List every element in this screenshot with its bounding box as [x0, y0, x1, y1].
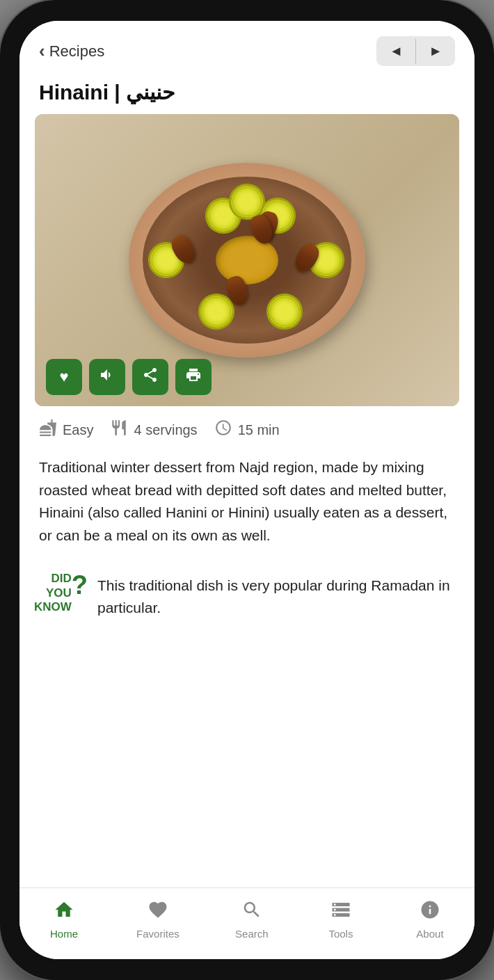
share-icon: [142, 367, 159, 387]
dish-plate: [129, 163, 365, 358]
time-label: 15 min: [238, 422, 280, 438]
difficulty-item: Easy: [39, 419, 93, 441]
dyk-question-mark: ?: [72, 572, 88, 598]
tab-favorites[interactable]: Favorites: [125, 895, 191, 944]
action-buttons-overlay: ♥: [46, 359, 212, 395]
recipe-image-container: ♥: [35, 114, 459, 406]
print-icon: [185, 367, 202, 387]
prev-button[interactable]: ◄: [376, 36, 415, 66]
did-you-know-section: DID YOU KNOW ? This traditional dish is …: [19, 561, 475, 629]
lemon-bottomright: [264, 291, 305, 332]
tab-search-label: Search: [235, 928, 269, 940]
print-button[interactable]: [175, 359, 212, 395]
home-icon: [54, 899, 74, 925]
title-en: Hinaini: [39, 81, 109, 104]
favorites-icon: [148, 899, 168, 925]
tab-about-label: About: [416, 928, 443, 940]
servings-label: 4 servings: [134, 422, 197, 438]
back-label: Recipes: [49, 42, 104, 61]
tools-icon: [330, 899, 351, 925]
tab-about[interactable]: About: [402, 895, 458, 944]
dyk-line2: YOU: [34, 586, 72, 600]
dyk-line3: KNOW: [34, 600, 72, 614]
tab-search[interactable]: Search: [224, 895, 280, 944]
chef-hat-icon: [39, 419, 57, 441]
dish-food: [143, 177, 351, 344]
recipe-info-row: Easy 4 servings 15 min: [19, 406, 475, 453]
servings-item: 4 servings: [110, 419, 197, 441]
back-button[interactable]: ‹ Recipes: [39, 40, 104, 62]
heart-icon: ♥: [59, 368, 68, 386]
tab-favorites-label: Favorites: [136, 928, 180, 940]
tab-bar: Home Favorites Search: [19, 887, 475, 959]
tab-tools-label: Tools: [328, 928, 353, 940]
dyk-badge: DID YOU KNOW ?: [39, 572, 88, 614]
title-separator: |: [109, 81, 126, 104]
dyk-content: This traditional dish is very popular du…: [97, 572, 455, 618]
difficulty-label: Easy: [63, 422, 93, 438]
time-item: 15 min: [214, 419, 280, 441]
dish-center-pool: [216, 236, 278, 284]
fork-knife-icon: [110, 419, 128, 441]
like-button[interactable]: ♥: [46, 359, 82, 395]
phone-shell: ‹ Recipes ◄ ► Hinaini | حنيني: [0, 0, 494, 980]
search-icon: [241, 899, 262, 925]
tab-home-label: Home: [50, 928, 78, 940]
back-chevron-icon: ‹: [39, 40, 45, 62]
about-icon: [420, 899, 440, 925]
clock-icon: [214, 419, 232, 441]
audio-button[interactable]: [89, 359, 125, 395]
recipe-title: Hinaini | حنيني: [19, 74, 475, 114]
audio-icon: [99, 367, 115, 387]
dyk-line1: DID: [34, 572, 72, 586]
tab-tools[interactable]: Tools: [313, 895, 369, 944]
nav-bar: ‹ Recipes ◄ ►: [19, 21, 475, 74]
tab-home[interactable]: Home: [36, 895, 92, 944]
title-ar: حنيني: [126, 81, 175, 104]
recipe-description: Traditional winter dessert from Najd reg…: [19, 453, 475, 558]
nav-arrows: ◄ ►: [376, 36, 455, 66]
next-button[interactable]: ►: [416, 36, 455, 66]
share-button[interactable]: [132, 359, 168, 395]
phone-screen: ‹ Recipes ◄ ► Hinaini | حنيني: [19, 21, 475, 959]
